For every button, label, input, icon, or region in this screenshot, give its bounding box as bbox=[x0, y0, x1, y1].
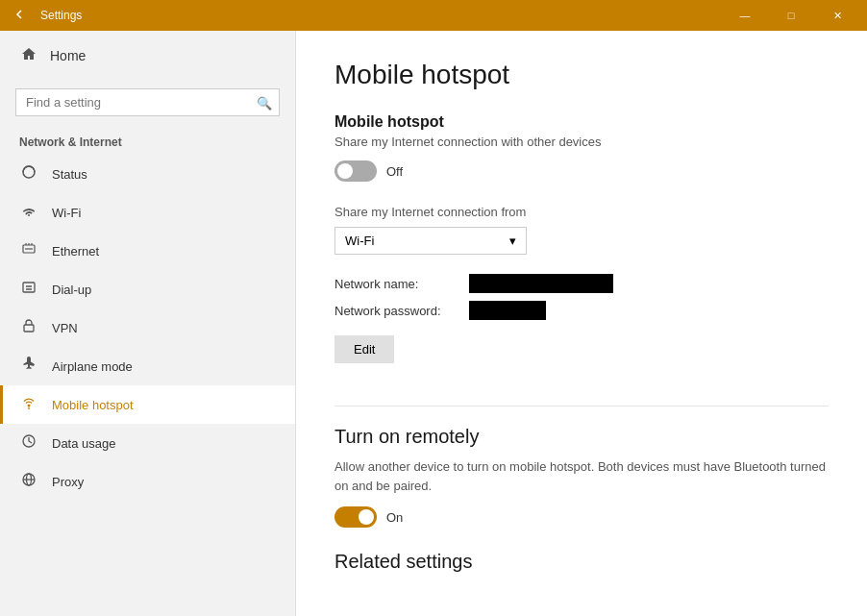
window-controls: — □ ✕ bbox=[723, 0, 859, 31]
vpn-icon bbox=[19, 318, 38, 337]
search-input[interactable] bbox=[15, 88, 280, 116]
sidebar-item-data[interactable]: Data usage bbox=[0, 424, 295, 462]
sidebar-label-data: Data usage bbox=[52, 436, 116, 451]
network-info-grid: Network name: Network password: bbox=[334, 274, 829, 320]
remote-section-title: Turn on remotely bbox=[334, 426, 829, 448]
sidebar-item-proxy[interactable]: Proxy bbox=[0, 462, 295, 501]
sidebar-item-vpn[interactable]: VPN bbox=[0, 308, 295, 347]
remote-toggle[interactable] bbox=[334, 506, 377, 528]
sidebar-label-airplane: Airplane mode bbox=[52, 359, 133, 374]
share-from-value: Wi-Fi bbox=[345, 234, 374, 248]
sidebar-label-hotspot: Mobile hotspot bbox=[52, 398, 134, 412]
hotspot-section-title: Mobile hotspot bbox=[334, 113, 829, 131]
page-title: Mobile hotspot bbox=[334, 60, 829, 90]
maximize-button[interactable]: □ bbox=[769, 0, 813, 31]
content-area: Mobile hotspot Mobile hotspot Share my I… bbox=[296, 31, 867, 616]
sidebar-label-proxy: Proxy bbox=[52, 475, 84, 489]
sidebar-search-area: 🔍 bbox=[0, 81, 295, 128]
app-body: Home 🔍 Network & Internet Status Wi-Fi bbox=[0, 31, 867, 616]
sidebar-item-dialup[interactable]: Dial-up bbox=[0, 270, 295, 308]
hotspot-icon bbox=[19, 395, 38, 414]
share-from-dropdown[interactable]: Wi-Fi ▾ bbox=[334, 227, 527, 255]
status-icon bbox=[19, 164, 38, 184]
svg-rect-3 bbox=[24, 325, 34, 332]
sidebar-item-status[interactable]: Status bbox=[0, 155, 295, 193]
remote-section-desc: Allow another device to turn on mobile h… bbox=[334, 457, 829, 495]
wifi-icon bbox=[19, 203, 38, 222]
data-usage-icon bbox=[19, 433, 38, 453]
back-button[interactable] bbox=[8, 6, 31, 25]
divider bbox=[334, 406, 829, 407]
home-icon bbox=[19, 46, 38, 65]
network-password-label: Network password: bbox=[334, 304, 459, 318]
svg-rect-2 bbox=[23, 283, 35, 292]
airplane-icon bbox=[19, 357, 38, 376]
sidebar-label-vpn: VPN bbox=[52, 321, 78, 335]
sidebar-label-wifi: Wi-Fi bbox=[52, 206, 81, 220]
network-password-value bbox=[469, 301, 546, 320]
search-icon: 🔍 bbox=[257, 95, 272, 110]
minimize-button[interactable]: — bbox=[723, 0, 767, 31]
sidebar-label-status: Status bbox=[52, 167, 87, 182]
hotspot-toggle[interactable] bbox=[334, 160, 377, 182]
sidebar: Home 🔍 Network & Internet Status Wi-Fi bbox=[0, 31, 296, 616]
close-button[interactable]: ✕ bbox=[815, 0, 859, 31]
dialup-icon bbox=[19, 280, 38, 299]
home-label: Home bbox=[50, 48, 86, 63]
sidebar-label-ethernet: Ethernet bbox=[52, 244, 99, 259]
title-bar: Settings — □ ✕ bbox=[0, 0, 867, 31]
edit-button[interactable]: Edit bbox=[334, 335, 394, 363]
sidebar-section-label: Network & Internet bbox=[0, 128, 295, 155]
sidebar-item-airplane[interactable]: Airplane mode bbox=[0, 347, 295, 385]
title-bar-title: Settings bbox=[40, 9, 82, 22]
hotspot-toggle-row: Off bbox=[334, 160, 829, 182]
dropdown-chevron-icon: ▾ bbox=[509, 234, 516, 248]
hotspot-toggle-label: Off bbox=[386, 164, 403, 179]
sidebar-label-dialup: Dial-up bbox=[52, 283, 91, 297]
share-from-label: Share my Internet connection from bbox=[334, 205, 829, 219]
sidebar-item-wifi[interactable]: Wi-Fi bbox=[0, 193, 295, 232]
svg-point-4 bbox=[28, 405, 31, 407]
sidebar-item-hotspot[interactable]: Mobile hotspot bbox=[0, 385, 295, 424]
sidebar-item-home[interactable]: Home bbox=[0, 31, 295, 81]
related-settings-title: Related settings bbox=[334, 551, 829, 573]
remote-toggle-label: On bbox=[386, 510, 403, 525]
proxy-icon bbox=[19, 472, 38, 491]
remote-toggle-row: On bbox=[334, 506, 829, 528]
network-name-label: Network name: bbox=[334, 277, 459, 291]
hotspot-section-desc: Share my Internet connection with other … bbox=[334, 135, 829, 149]
network-name-value bbox=[469, 274, 613, 293]
ethernet-icon bbox=[19, 241, 38, 260]
sidebar-item-ethernet[interactable]: Ethernet bbox=[0, 232, 295, 270]
